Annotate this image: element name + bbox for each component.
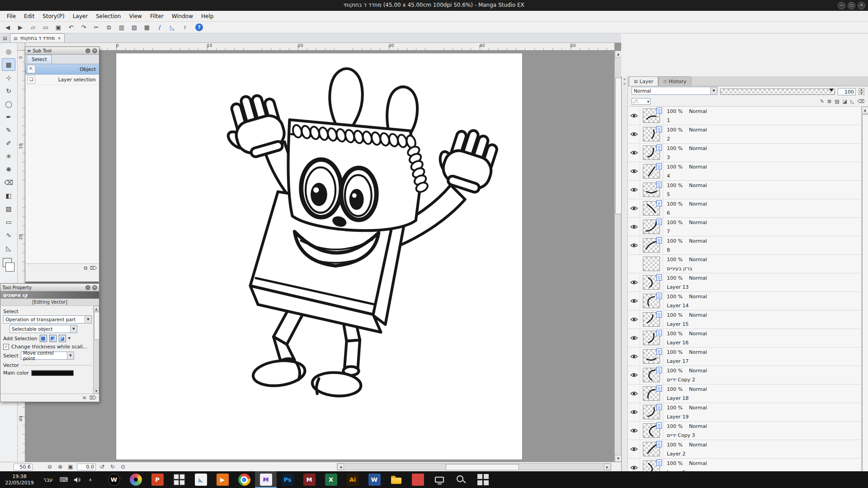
snap-to-grid-button[interactable]: ♯ <box>179 22 191 33</box>
app-m-dark-red[interactable]: M <box>298 471 320 488</box>
new-page-button[interactable]: ▱ <box>27 22 39 33</box>
layer-thumbnail[interactable] <box>640 366 663 384</box>
layer-list-scrollbar[interactable]: ▲ ▼ <box>861 107 868 487</box>
horizontal-scroll-thumb[interactable] <box>446 464 519 470</box>
layer-visibility-toggle[interactable] <box>628 199 640 217</box>
layer-row[interactable]: 100 % Normal Layer 17 <box>628 347 861 366</box>
close-panel-icon[interactable]: ✕ <box>92 48 97 53</box>
selectable-object-select[interactable]: Selectable object ▼ <box>9 325 77 333</box>
layer-row[interactable]: 100 % Normal Layer 14 <box>628 292 861 310</box>
layer-visibility-toggle[interactable] <box>628 236 640 254</box>
opacity-input[interactable]: 100 <box>838 88 856 95</box>
show-hidden-icons-chevron[interactable]: ∧ <box>84 477 97 482</box>
layer-thumbnail[interactable] <box>640 144 663 162</box>
redo-button[interactable]: ↷ <box>78 22 90 33</box>
copy-subtool-icon[interactable]: ⧉ <box>84 265 88 271</box>
layer-visibility-toggle[interactable] <box>628 366 640 384</box>
layer-row[interactable]: 100 % Normal 4 <box>628 162 861 181</box>
save-button[interactable]: ▣ <box>52 22 64 33</box>
layer-thumbnail[interactable] <box>640 125 663 143</box>
layer-visibility-toggle[interactable] <box>628 440 640 458</box>
fit-to-window-button[interactable]: ▣ <box>66 464 75 470</box>
minimize-button[interactable]: — <box>838 2 845 9</box>
vertical-scroll-thumb[interactable] <box>615 78 621 214</box>
sub-tool-title-bar[interactable]: ≡ Sub Tool – ✕ <box>25 47 99 55</box>
manga-studio-app[interactable]: M <box>255 471 277 488</box>
sub-color-swatch[interactable] <box>5 263 14 272</box>
lock-transparency-icon[interactable]: ▨ <box>835 99 839 104</box>
sub-tool-item[interactable]: ⇱ Object <box>25 64 99 75</box>
control-point-select[interactable]: Move control point ▼ <box>21 352 74 360</box>
snap-to-special-ruler-button[interactable]: ◺ <box>166 22 178 33</box>
tool-property-title-bar[interactable]: Tool Property – ✕ <box>0 284 99 291</box>
paste-button[interactable]: ▥ <box>116 22 127 33</box>
panel-menu-icon[interactable]: ≡ <box>27 48 31 53</box>
scroll-down-arrow[interactable]: ▼ <box>615 455 621 462</box>
layer-visibility-toggle[interactable] <box>628 144 640 162</box>
canvas-vertical-scrollbar[interactable]: ▲ ▼ <box>614 51 621 462</box>
layer-thumbnail[interactable] <box>640 255 663 273</box>
nav-forward-button[interactable]: ▶ <box>14 22 26 33</box>
pictures-app[interactable]: ◣ <box>190 471 212 488</box>
menu-item[interactable]: File <box>3 12 20 21</box>
layer-thumbnail[interactable] <box>640 236 663 254</box>
scroll-thumb[interactable] <box>94 312 99 340</box>
decoration-tool[interactable]: ❋ <box>2 163 15 176</box>
layer-row[interactable]: 100 % Normal 6 <box>628 199 861 218</box>
zoom-value-input[interactable]: 50.6 <box>14 464 33 470</box>
layer-row[interactable]: 100 % Normal 3 <box>628 144 861 162</box>
tool-property-scrollbar[interactable]: ▲ ▼ <box>93 306 99 394</box>
figure-tool[interactable]: ▭ <box>2 216 15 228</box>
chevron-down-icon[interactable]: ▼ <box>70 325 77 333</box>
photos-grid-app[interactable] <box>168 471 190 488</box>
close-button[interactable]: ✕ <box>858 2 865 9</box>
deselect-button[interactable]: ▦ <box>141 22 153 33</box>
lasso-tool[interactable]: ◯ <box>2 98 15 110</box>
clear-icon[interactable]: ⌫ <box>857 99 864 104</box>
layer-row[interactable]: 100 % Normal ברק בעיניים <box>628 255 861 273</box>
layer-thumbnail[interactable] <box>640 218 663 236</box>
menu-item[interactable]: Layer <box>69 12 92 21</box>
menu-item[interactable]: Window <box>168 12 197 21</box>
object-select-tool[interactable]: ▦ <box>2 58 15 71</box>
snap-to-ruler-button[interactable]: ∕ <box>154 22 165 33</box>
rotate-ccw-button[interactable]: ↺ <box>98 464 106 470</box>
open-button[interactable]: ▭ <box>40 22 52 33</box>
layer-thumbnail[interactable] <box>640 347 663 366</box>
keyboard-icon[interactable]: ⌨ <box>57 476 71 483</box>
menu-item[interactable]: Help <box>197 12 217 21</box>
layer-visibility-toggle[interactable] <box>628 125 640 143</box>
photoshop-app[interactable]: Ps <box>277 471 298 488</box>
curve-tool[interactable]: ∿ <box>2 229 15 241</box>
chevron-down-icon[interactable]: ▼ <box>85 316 91 323</box>
canvas-page[interactable] <box>116 53 522 460</box>
zoom-in-button[interactable]: ⊕ <box>56 464 64 470</box>
copy-button[interactable]: ⧉ <box>103 22 115 33</box>
palette-color-select[interactable]: ▼ <box>632 98 651 105</box>
tab-close-icon[interactable]: ✕ <box>57 36 61 41</box>
layer-thumbnail[interactable] <box>640 422 663 440</box>
tab-layer[interactable]: ▤ Layer <box>629 76 658 86</box>
layer-thumbnail[interactable] <box>640 292 663 310</box>
sub-tool-tab-select[interactable]: Select <box>27 55 52 64</box>
panel-splitter[interactable]: « » <box>622 76 628 488</box>
fill-tool[interactable]: ◧ <box>2 189 15 202</box>
file-explorer-app[interactable] <box>385 471 407 488</box>
layer-row[interactable]: 100 % Normal ידיים Copy 2 <box>628 366 861 385</box>
language-indicator[interactable]: עבר <box>39 477 57 483</box>
pencil-tool[interactable]: ✎ <box>2 124 15 136</box>
transparent-operation-select[interactable]: Operation of transparent part ▼ <box>3 315 92 324</box>
scroll-up-arrow[interactable]: ▲ <box>94 306 99 311</box>
zoom-out-button[interactable]: ⊖ <box>46 464 54 470</box>
excel-app[interactable]: X <box>320 471 342 488</box>
word-app[interactable]: W <box>363 471 385 488</box>
layer-row[interactable]: 100 % Normal 7 <box>628 218 861 236</box>
layer-thumbnail[interactable] <box>640 440 663 458</box>
layer-visibility-toggle[interactable] <box>628 385 640 403</box>
brush-tool[interactable]: ✐ <box>2 137 15 150</box>
start-button[interactable] <box>472 471 494 488</box>
scroll-up-arrow[interactable]: ▲ <box>862 107 868 113</box>
layer-row[interactable]: 100 % Normal Layer 19 <box>628 403 861 422</box>
pen-tool[interactable]: ✒ <box>2 111 15 123</box>
layer-row[interactable]: 100 % Normal 5 <box>628 181 861 199</box>
